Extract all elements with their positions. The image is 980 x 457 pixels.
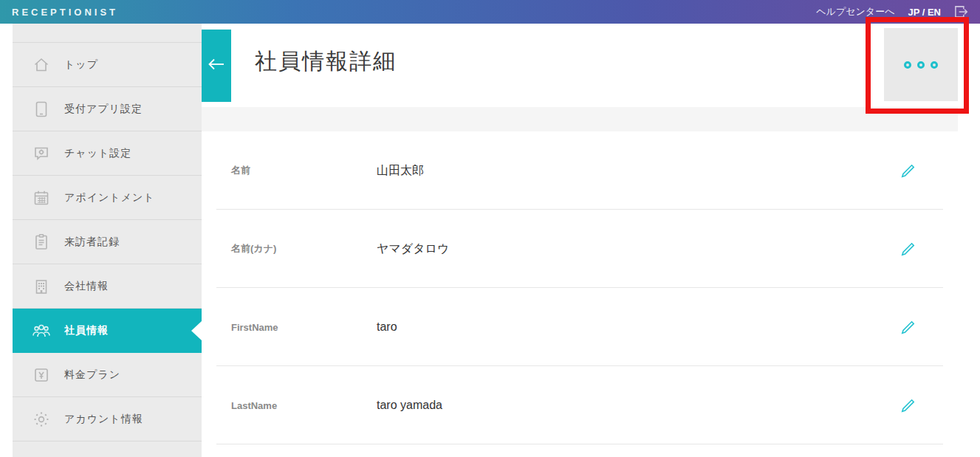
field-row-name-kana: 名前(カナ) ヤマダタロウ (202, 210, 980, 288)
logout-icon[interactable] (954, 5, 968, 18)
more-options-button[interactable] (884, 28, 958, 101)
more-dots-icon (917, 61, 925, 69)
employee-fields-list: 名前 山田太郎 名前(カナ) ヤマダタロウ FirstName taro (202, 131, 980, 444)
top-navigation-bar: RECEPTIONIST ヘルプセンターへ JP / EN (0, 0, 980, 24)
back-arrow-icon (205, 55, 227, 77)
pencil-edit-icon[interactable] (899, 317, 918, 337)
field-row-lastname: LastName taro yamada (202, 366, 980, 444)
field-value: taro (377, 320, 397, 334)
sidebar-item-label: チャット設定 (64, 147, 131, 160)
sidebar-nav: トップ 受付アプリ設定 チャット設定 (13, 24, 202, 457)
help-center-link[interactable]: ヘルプセンターへ (816, 5, 894, 18)
sidebar-item-reception-app-settings[interactable]: 受付アプリ設定 (13, 87, 202, 131)
sidebar-item-label: 料金プラン (64, 368, 120, 382)
sidebar-item-top[interactable]: トップ (13, 43, 202, 87)
field-row-firstname: FirstName taro (202, 288, 980, 366)
more-dots-icon (904, 61, 911, 69)
yen-icon (32, 366, 51, 384)
home-icon (32, 56, 51, 74)
field-label: 名前 (231, 164, 250, 177)
sidebar-item-visitor-log[interactable]: 来訪者記録 (13, 220, 202, 264)
sidebar-item-label: 来訪者記録 (64, 236, 120, 249)
field-value: ヤマダタロウ (377, 241, 449, 257)
sidebar-item-account-info[interactable]: アカウント情報 (13, 397, 202, 441)
people-icon (32, 322, 51, 340)
field-label: FirstName (231, 322, 278, 333)
more-dots-icon (931, 61, 938, 69)
sidebar-item-label: 会社情報 (64, 280, 109, 293)
field-label: LastName (231, 400, 277, 411)
tablet-icon (32, 100, 51, 118)
clipboard-icon (32, 233, 51, 251)
field-value: taro yamada (377, 399, 442, 412)
gear-icon (32, 410, 51, 428)
field-value: 山田太郎 (377, 163, 424, 179)
field-label: 名前(カナ) (231, 242, 276, 255)
subheader-band (202, 107, 958, 131)
pencil-edit-icon[interactable] (899, 161, 918, 180)
sidebar-item-appointments[interactable]: アポイントメント (13, 176, 202, 220)
topbar-right-group: ヘルプセンターへ JP / EN (816, 5, 968, 18)
sidebar-item-company-info[interactable]: 会社情報 (13, 264, 202, 309)
employee-detail-page: RECEPTIONIST ヘルプセンターへ JP / EN トップ (0, 0, 980, 457)
page-title: 社員情報詳細 (255, 47, 397, 77)
sidebar-item-price-plan[interactable]: 料金プラン (13, 353, 202, 397)
calendar-icon (32, 189, 51, 207)
sidebar-spacer (13, 24, 202, 43)
selected-item-notch (191, 321, 202, 340)
language-toggle[interactable]: JP / EN (908, 7, 941, 18)
chat-settings-icon (32, 145, 51, 162)
app-logo: RECEPTIONIST (12, 7, 118, 18)
sidebar-item-label: アポイントメント (64, 191, 155, 205)
sidebar-item-label: 社員情報 (64, 324, 109, 337)
pencil-edit-icon[interactable] (899, 396, 918, 415)
sidebar-item-label: 受付アプリ設定 (64, 103, 143, 116)
sidebar-item-employee-info[interactable]: 社員情報 (13, 309, 202, 353)
building-icon (32, 278, 51, 295)
field-row-name: 名前 山田太郎 (202, 131, 980, 210)
sidebar-item-label: アカウント情報 (64, 413, 143, 426)
sidebar-item-chat-settings[interactable]: チャット設定 (13, 131, 202, 176)
back-button[interactable] (202, 30, 231, 102)
sidebar-item-label: トップ (64, 58, 98, 72)
pencil-edit-icon[interactable] (899, 239, 918, 258)
